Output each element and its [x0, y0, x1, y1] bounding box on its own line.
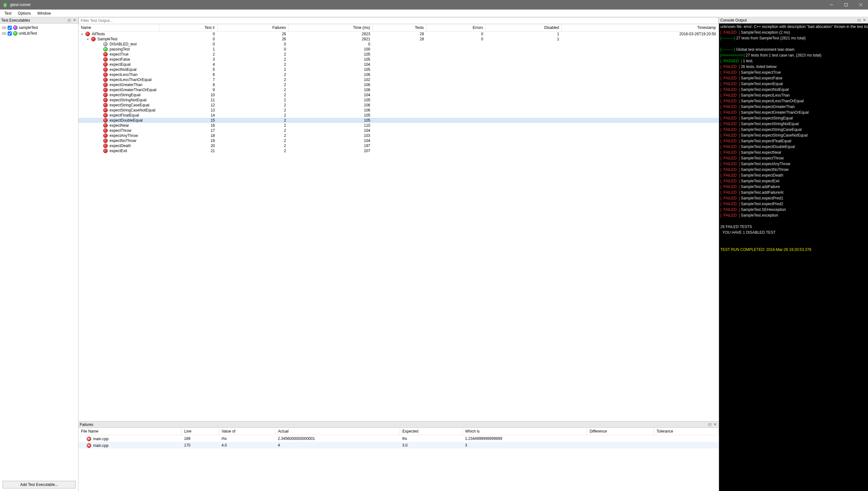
test-row[interactable]: expectGreaterThanOrEqual92108 [79, 87, 719, 92]
minimize-button[interactable] [824, 0, 839, 9]
test-row[interactable]: expectLessThan62106 [79, 72, 719, 77]
test-row[interactable]: expectNotEqual52105 [79, 67, 719, 72]
cell-value: 18 [159, 133, 217, 138]
column-header[interactable]: Timestamp [562, 24, 719, 31]
executable-item[interactable]: unitLibTest [0, 30, 78, 36]
column-header[interactable]: File Name [79, 428, 181, 435]
menu-window[interactable]: Window [34, 10, 54, 17]
cell-value [373, 41, 427, 47]
column-header[interactable]: Which is [462, 428, 587, 435]
test-row[interactable]: expectStringCaseEqual122106 [79, 103, 719, 108]
drag-handle-icon[interactable] [2, 31, 6, 35]
cell-value [654, 442, 719, 449]
close-panel-icon[interactable]: ✕ [862, 18, 867, 23]
console-output[interactable]: unknown file: error: C++ exception with … [719, 24, 868, 491]
test-row[interactable]: expectFalse32105 [79, 57, 719, 62]
column-header[interactable]: Value of [219, 428, 275, 435]
failure-row[interactable]: main.cpp1704.043.03 [79, 442, 719, 449]
test-row[interactable]: expectNoThrow192104 [79, 138, 719, 143]
cell-value [486, 133, 561, 138]
cell-value: 207 [289, 148, 373, 153]
test-name: passingTest [110, 47, 129, 52]
cell-value: 2 [218, 72, 289, 77]
executable-checkbox[interactable] [8, 31, 12, 35]
status-icon [103, 149, 108, 153]
expander-icon[interactable]: ▾ [80, 32, 84, 36]
svg-rect-3 [845, 3, 848, 6]
column-header[interactable]: Line [181, 428, 219, 435]
column-header[interactable]: Errors [427, 24, 486, 31]
cell-value [427, 41, 486, 47]
cell-value: 2 [218, 67, 289, 72]
column-header[interactable]: Test # [159, 24, 217, 31]
test-row[interactable]: expectDeath202197 [79, 143, 719, 148]
column-header[interactable]: Time (ms) [289, 24, 373, 31]
add-test-executable-button[interactable]: Add Test Executable... [3, 481, 76, 488]
file-name: main.cpp [93, 437, 109, 441]
test-name: AllTests [92, 32, 105, 36]
maximize-button[interactable] [839, 0, 853, 9]
test-name: expectStringCaseNotEqual [110, 108, 155, 112]
column-header[interactable]: Difference [587, 428, 654, 435]
error-icon [87, 437, 91, 441]
close-panel-icon[interactable]: ✕ [72, 18, 77, 23]
cell-value: 2 [218, 87, 289, 92]
executable-item[interactable]: sampleTest [0, 25, 78, 30]
menu-options[interactable]: Options [15, 10, 34, 17]
menu-test[interactable]: Test [1, 10, 15, 17]
status-icon [85, 32, 90, 36]
status-icon [103, 139, 108, 143]
cell-value [427, 52, 486, 57]
close-panel-icon[interactable]: ✕ [713, 422, 718, 427]
cell-value: 16 [159, 123, 217, 128]
column-header[interactable]: Name [79, 24, 159, 31]
test-row[interactable]: expectStringCaseNotEqual132106 [79, 108, 719, 113]
test-row[interactable]: DISABLED_test000 [79, 41, 719, 47]
executables-list: sampleTest unitLibTest [0, 24, 78, 479]
test-row[interactable]: expectAnyThrow182103 [79, 133, 719, 138]
cell-value [654, 435, 719, 442]
test-tree[interactable]: NameTest #FailuresTime (ms)TestsErrorsDi… [79, 24, 719, 421]
test-row[interactable]: expectTrue22105 [79, 52, 719, 57]
cell-value: 2016-03-26T19:20:50 [562, 31, 719, 37]
titlebar[interactable]: g gtest-runner [0, 0, 868, 9]
cell-value: 0 [427, 31, 486, 37]
test-row[interactable]: ▾ SampleTest02628212801 [79, 36, 719, 41]
test-name: expectFalse [110, 57, 130, 62]
column-header[interactable]: Tests [373, 24, 427, 31]
test-row[interactable]: expectGreaterThan82106 [79, 82, 719, 87]
test-row[interactable]: expectFloatEqual142105 [79, 113, 719, 118]
cell-value [486, 97, 561, 103]
test-row[interactable]: expectNear162110 [79, 123, 719, 128]
test-row[interactable]: expectStringNotEqual112105 [79, 97, 719, 103]
filter-input[interactable] [79, 17, 719, 24]
cell-value [427, 118, 486, 123]
undock-icon[interactable]: ◰ [67, 18, 72, 23]
test-row[interactable]: expectExit212207 [79, 148, 719, 153]
failures-table[interactable]: File NameLineValue ofActualExpectedWhich… [79, 428, 719, 449]
column-header[interactable]: Tolerance [654, 428, 719, 435]
close-button[interactable] [853, 0, 868, 9]
status-icon [103, 98, 108, 102]
test-row[interactable]: expectEqual42104 [79, 62, 719, 67]
cell-value: 106 [289, 72, 373, 77]
status-icon [103, 73, 108, 77]
status-icon [13, 25, 18, 30]
cell-value [562, 47, 719, 52]
column-header[interactable]: Disabled [486, 24, 561, 31]
drag-handle-icon[interactable] [2, 25, 6, 30]
undock-icon[interactable]: ◰ [707, 422, 713, 427]
test-row[interactable]: expectDoubleEqual152105 [79, 118, 719, 123]
test-row[interactable]: ▾ AllTests026282328012016-03-26T19:20:50 [79, 31, 719, 37]
expander-icon[interactable]: ▾ [86, 37, 89, 41]
undock-icon[interactable]: ◰ [857, 18, 862, 23]
executable-checkbox[interactable] [8, 26, 12, 30]
test-row[interactable]: passingTest10100 [79, 47, 719, 52]
test-row[interactable]: expectStringEqual102104 [79, 92, 719, 97]
test-row[interactable]: expectThrow172104 [79, 128, 719, 133]
column-header[interactable]: Failures [218, 24, 289, 31]
column-header[interactable]: Actual [276, 428, 400, 435]
test-row[interactable]: expectLessThanOrEqual72102 [79, 77, 719, 82]
failure-row[interactable]: main.cpp169rhs2.3456000000000001lhs1.234… [79, 435, 719, 442]
column-header[interactable]: Expected [400, 428, 463, 435]
